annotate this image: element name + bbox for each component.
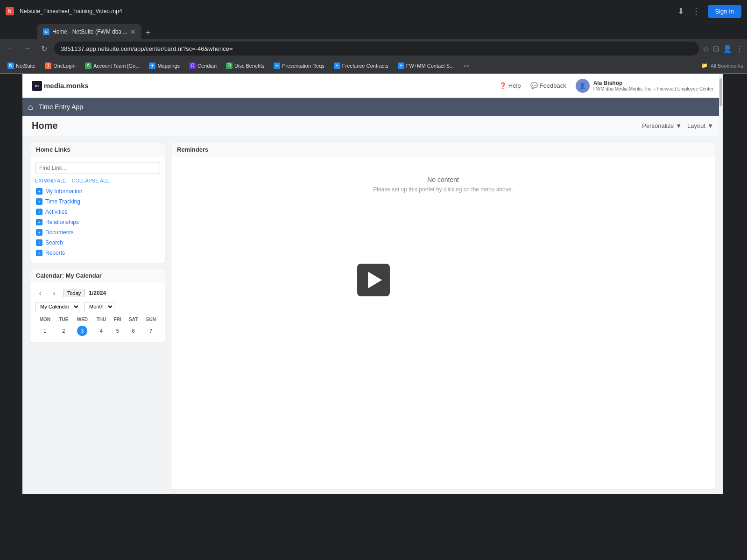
day-sat: SAT bbox=[125, 315, 141, 324]
home-links-portlet: Home Links EXPAND ALL COLLAPSE ALL + My … bbox=[30, 142, 165, 263]
fw-mm-label: FW+MM Contact S... bbox=[406, 63, 454, 69]
bookmark-disc-benefits[interactable]: D Disc Benefits bbox=[222, 61, 268, 70]
refresh-button[interactable]: ↻ bbox=[37, 42, 50, 55]
calendar-next-button[interactable]: › bbox=[49, 288, 59, 298]
netsuite-bookmark-label: NetSuite bbox=[16, 63, 35, 69]
calendar-days-row: MON TUE WED THU FRI SAT SUN bbox=[35, 315, 160, 324]
find-link-input[interactable] bbox=[35, 162, 160, 174]
cal-date-3[interactable]: 3 bbox=[72, 324, 92, 338]
chrome-favicon: N bbox=[6, 7, 14, 15]
all-bookmarks[interactable]: 📁 All Bookmarks bbox=[701, 63, 743, 69]
collapse-all-button[interactable]: COLLAPSE ALL bbox=[71, 178, 109, 183]
ns-scrollbar[interactable] bbox=[719, 74, 723, 494]
more-options-icon[interactable]: ⋮ bbox=[736, 44, 743, 53]
calendar-grid: MON TUE WED THU FRI SAT SUN bbox=[35, 315, 160, 338]
more-bookmarks-button[interactable]: >> bbox=[459, 62, 473, 70]
bookmark-netsuite[interactable]: N NetSuite bbox=[4, 61, 39, 70]
onelogin-bookmark-label: OneLogin bbox=[53, 63, 76, 69]
link-item-reports[interactable]: + Reports bbox=[35, 248, 160, 258]
profile-icon[interactable]: 👤 bbox=[723, 44, 732, 53]
expand-icon: + bbox=[36, 250, 42, 256]
calendar-week-row: 1 2 3 4 5 6 7 bbox=[35, 324, 160, 338]
browser-shell: N Netsuite_Timesheet_Training_Video.mp4 … bbox=[0, 0, 747, 560]
ns-left-panel: Home Links EXPAND ALL COLLAPSE ALL + My … bbox=[30, 142, 165, 490]
link-item-relationships[interactable]: + Relationships bbox=[35, 217, 160, 227]
bookmark-account-team[interactable]: A Account Team [Go... bbox=[81, 61, 143, 70]
video-overlay[interactable] bbox=[357, 264, 390, 296]
address-input[interactable] bbox=[54, 42, 699, 56]
reminders-portlet: Reminders No content Please set up this … bbox=[171, 142, 715, 490]
link-label: Relationships bbox=[45, 219, 79, 225]
back-button[interactable]: ← bbox=[4, 42, 17, 55]
expand-all-button[interactable]: EXPAND ALL bbox=[35, 178, 66, 183]
layout-label: Layout bbox=[687, 122, 705, 129]
cal-date-1[interactable]: 1 bbox=[35, 324, 55, 338]
user-name: Ala Bishop bbox=[593, 80, 713, 86]
cal-date-5[interactable]: 5 bbox=[110, 324, 125, 338]
bookmark-onelogin[interactable]: 1 OneLogin bbox=[41, 61, 79, 70]
new-tab-button[interactable]: + bbox=[141, 26, 155, 39]
expand-icon: + bbox=[36, 188, 42, 195]
calendar-prev-button[interactable]: ‹ bbox=[35, 288, 45, 298]
tab-close-button[interactable]: ✕ bbox=[130, 28, 136, 35]
reminders-portlet-header: Reminders bbox=[171, 142, 715, 157]
address-bar-icons: ☆ ⊡ 👤 ⋮ bbox=[703, 44, 743, 53]
ns-navbar: ⌂ Time Entry App bbox=[22, 98, 723, 116]
play-button[interactable] bbox=[357, 264, 390, 296]
help-button[interactable]: ❓ Help bbox=[499, 82, 521, 89]
bookmark-freelance-contracts[interactable]: + Freelance Contracts bbox=[330, 61, 392, 70]
ns-main: Home Links EXPAND ALL COLLAPSE ALL + My … bbox=[22, 136, 723, 494]
user-info: 👤 Ala Bishop FWM dba Media.Monks, Inc. -… bbox=[576, 79, 713, 93]
layout-button[interactable]: Layout ▼ bbox=[687, 122, 713, 129]
page-title: Home bbox=[32, 120, 58, 131]
cal-date-6[interactable]: 6 bbox=[125, 324, 141, 338]
feedback-button[interactable]: 💬 Feedback bbox=[530, 82, 566, 89]
logo-icon: m bbox=[32, 81, 42, 91]
view-select[interactable]: Month bbox=[84, 302, 114, 311]
day-tue: TUE bbox=[55, 315, 72, 324]
day-sun: SUN bbox=[142, 315, 160, 324]
chrome-topbar: N Netsuite_Timesheet_Training_Video.mp4 … bbox=[0, 0, 747, 22]
help-label: Help bbox=[508, 82, 521, 89]
cal-date-4[interactable]: 4 bbox=[92, 324, 110, 338]
user-avatar: 👤 bbox=[576, 79, 590, 93]
expand-icon: + bbox=[36, 229, 42, 236]
calendar-select[interactable]: My Calendar bbox=[35, 302, 80, 311]
video-title: Netsuite_Timesheet_Training_Video.mp4 bbox=[20, 8, 122, 14]
signin-button[interactable]: Sign In bbox=[708, 5, 741, 18]
ns-scrollbar-thumb bbox=[719, 78, 722, 106]
split-view-icon[interactable]: ⊡ bbox=[713, 44, 719, 53]
link-item-activities[interactable]: + Activities bbox=[35, 207, 160, 217]
cal-date-7[interactable]: 7 bbox=[142, 324, 160, 338]
home-icon[interactable]: ⌂ bbox=[28, 102, 33, 112]
personalize-chevron-icon: ▼ bbox=[676, 122, 682, 129]
download-button[interactable]: ⬇ bbox=[677, 6, 684, 16]
bookmark-fw-mm[interactable]: + FW+MM Contact S... bbox=[394, 61, 458, 70]
active-tab[interactable]: N Home - NetSuite (FWM dba ... ✕ bbox=[37, 24, 141, 39]
bookmark-presentation-reqs[interactable]: + Presentation Reqs bbox=[270, 61, 328, 70]
link-item-time-tracking[interactable]: + Time Tracking bbox=[35, 196, 160, 207]
today-button[interactable]: Today bbox=[63, 289, 85, 297]
link-item-search[interactable]: + Search bbox=[35, 238, 160, 248]
bookmark-star-icon[interactable]: ☆ bbox=[703, 44, 709, 53]
link-item-my-information[interactable]: + My Information bbox=[35, 186, 160, 196]
presentation-reqs-icon: + bbox=[274, 63, 280, 69]
onelogin-bookmark-icon: 1 bbox=[45, 63, 51, 69]
link-item-documents[interactable]: + Documents bbox=[35, 227, 160, 238]
netsuite-bookmark-icon: N bbox=[7, 63, 14, 69]
forward-button[interactable]: → bbox=[21, 42, 34, 55]
ceridian-icon: C bbox=[189, 63, 196, 69]
expand-icon: + bbox=[36, 239, 42, 246]
link-label: Reports bbox=[45, 250, 65, 256]
app-title: Time Entry App bbox=[39, 103, 83, 111]
personalize-button[interactable]: Personalize ▼ bbox=[642, 122, 682, 129]
link-label: My Information bbox=[45, 188, 82, 195]
more-menu-button[interactable]: ⋮ bbox=[692, 6, 700, 16]
calendar-portlet-header: Calendar: My Calendar bbox=[30, 268, 165, 283]
link-label: Activities bbox=[45, 209, 67, 215]
day-thu: THU bbox=[92, 315, 110, 324]
cal-date-2[interactable]: 2 bbox=[55, 324, 72, 338]
calendar-month-year: 1/2024 bbox=[89, 290, 106, 296]
bookmark-mappings[interactable]: + Mappings bbox=[145, 61, 183, 70]
bookmark-ceridian[interactable]: C Ceridian bbox=[185, 61, 220, 70]
